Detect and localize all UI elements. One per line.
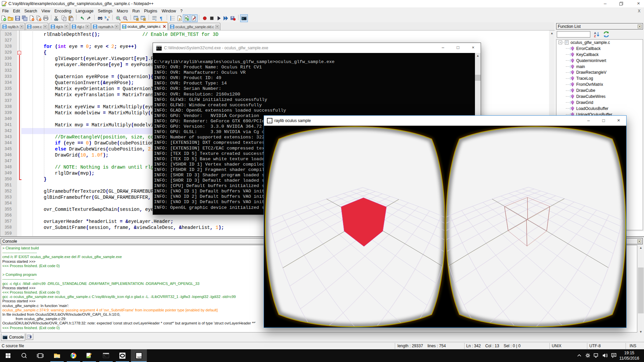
svg-text:>_: >_ [104, 355, 106, 357]
svg-text:b: b [105, 16, 106, 19]
svg-text:rl: rl [269, 121, 270, 123]
svg-text:raylib: raylib [137, 356, 142, 358]
svg-text:a: a [107, 18, 108, 21]
svg-text:¶: ¶ [160, 16, 162, 21]
svg-text:C:\.: C:\. [104, 353, 106, 354]
svg-text:C:\.: C:\. [157, 47, 162, 50]
svg-text:Z: Z [594, 35, 596, 38]
